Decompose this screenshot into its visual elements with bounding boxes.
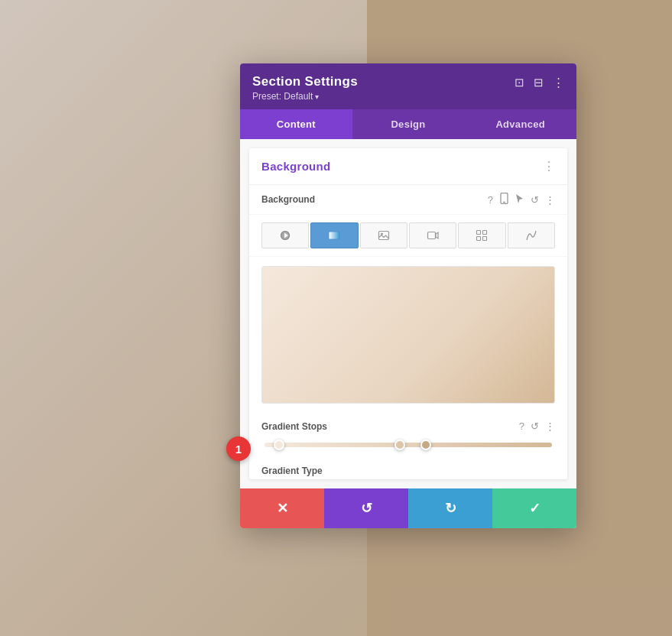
svg-point-5 — [381, 233, 383, 235]
background-section-card: Background ⋮ Background ? — [249, 148, 567, 479]
panel-header-icons: ⊡ ⊟ ⋮ — [515, 74, 564, 89]
panel-icon-sidebar[interactable]: ⊟ — [534, 76, 544, 89]
gradient-stop-mid[interactable] — [394, 440, 405, 450]
svg-rect-4 — [378, 232, 388, 240]
bg-row-icons: ? ↺ ⋮ — [488, 193, 555, 206]
panel-icon-fullscreen[interactable]: ⊡ — [515, 76, 524, 89]
tab-content[interactable]: Content — [240, 109, 352, 139]
svg-rect-9 — [477, 237, 481, 241]
panel-icon-menu[interactable]: ⋮ — [553, 76, 564, 89]
section-card-header: Background ⋮ — [249, 148, 567, 185]
svg-rect-3 — [329, 232, 339, 239]
gradient-type-label: Gradient Type — [249, 459, 567, 479]
gradient-reset-icon[interactable]: ↺ — [531, 420, 539, 432]
help-icon[interactable]: ? — [488, 194, 493, 206]
svg-rect-7 — [477, 231, 481, 235]
tab-advanced[interactable]: Advanced — [464, 109, 576, 139]
gradient-stops-row: Gradient Stops ? ↺ ⋮ — [249, 413, 567, 440]
svg-rect-10 — [483, 237, 487, 241]
bg-type-image[interactable] — [360, 222, 407, 248]
bg-row-more-icon[interactable]: ⋮ — [545, 194, 555, 206]
panel-header-left: Section Settings Preset: Default ▾ — [252, 74, 358, 102]
preset-label: Preset: Default — [252, 91, 313, 102]
gradient-preview — [261, 266, 555, 404]
panel-title: Section Settings — [252, 74, 358, 89]
gradient-more-icon[interactable]: ⋮ — [545, 420, 555, 432]
badge-number: 1 — [226, 436, 251, 461]
bg-type-pattern[interactable] — [458, 222, 505, 248]
bg-type-tabs — [249, 215, 567, 257]
redo-button[interactable]: ↻ — [408, 488, 492, 528]
bg-row-label: Background — [261, 194, 480, 205]
section-card-title: Background — [261, 160, 331, 173]
mobile-icon[interactable] — [499, 193, 509, 206]
gradient-help-icon[interactable]: ? — [519, 420, 524, 432]
reset-icon[interactable]: ↺ — [531, 194, 539, 206]
undo-button[interactable]: ↺ — [324, 488, 408, 528]
cancel-button[interactable]: ✕ — [240, 488, 324, 528]
gradient-slider-track[interactable] — [265, 443, 552, 447]
gradient-stop-left[interactable] — [274, 440, 284, 450]
cursor-icon[interactable] — [515, 193, 524, 206]
gradient-slider-container — [249, 440, 567, 459]
section-settings-panel: Section Settings Preset: Default ▾ ⊡ ⊟ ⋮… — [240, 63, 576, 528]
bg-type-mask[interactable] — [508, 222, 555, 248]
panel-header: Section Settings Preset: Default ▾ ⊡ ⊟ ⋮ — [240, 63, 576, 109]
bg-type-gradient[interactable] — [310, 222, 358, 248]
preset-caret-icon: ▾ — [315, 92, 319, 101]
gradient-stops-label: Gradient Stops — [261, 421, 513, 432]
gradient-stops-icons: ? ↺ ⋮ — [519, 420, 555, 432]
bg-type-video[interactable] — [409, 222, 456, 248]
panel-preset[interactable]: Preset: Default ▾ — [252, 91, 358, 102]
svg-rect-6 — [428, 232, 436, 239]
panel-tabs: Content Design Advanced — [240, 109, 576, 139]
tab-design[interactable]: Design — [352, 109, 465, 139]
save-button[interactable]: ✓ — [492, 488, 576, 528]
background-label-row: Background ? ↺ ⋮ — [249, 185, 567, 215]
panel-body: Background ⋮ Background ? — [240, 139, 576, 488]
gradient-stop-right[interactable] — [420, 440, 431, 450]
bg-type-color[interactable] — [261, 222, 309, 248]
section-card-menu-icon[interactable]: ⋮ — [543, 159, 555, 174]
svg-rect-8 — [483, 231, 487, 235]
panel-footer: ✕ ↺ ↻ ✓ — [240, 488, 576, 528]
